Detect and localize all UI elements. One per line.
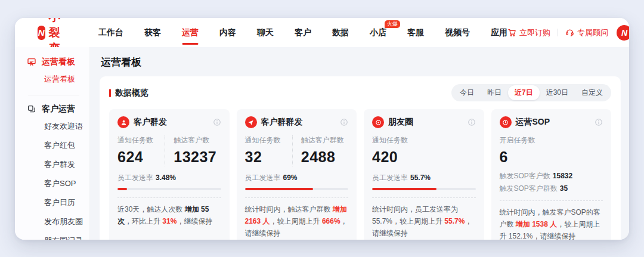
- send-rate: 员工发送率55.7%: [372, 173, 476, 191]
- metric: 触达客户群数 2488: [292, 135, 348, 166]
- desc-segment: ，较上周期上升: [270, 217, 322, 225]
- sidebar-item[interactable]: 客户群发: [44, 155, 89, 174]
- order-now-button[interactable]: 立即订购: [507, 27, 550, 38]
- nav-item-label: 客户: [295, 27, 311, 38]
- topbar-actions: 立即订购 专属顾问 N: [507, 25, 629, 41]
- desc-segment: 近30天，触达人次数: [117, 205, 185, 213]
- progress-bar: [117, 188, 221, 190]
- stat-card-title: 运营SOP: [516, 117, 550, 128]
- section-marker: [109, 89, 111, 97]
- metric-label: 触达客户数: [174, 135, 221, 145]
- consultant-label: 专属顾问: [577, 27, 608, 38]
- metric-label: 开启任务数: [500, 135, 603, 145]
- metric-value: 420: [372, 148, 476, 166]
- sidebar-item[interactable]: 客户红包: [44, 136, 89, 155]
- send-rate-label: 员工发送率: [245, 174, 281, 182]
- progress-bar-fill: [117, 188, 127, 190]
- sidebar-item[interactable]: 朋友圈记录: [44, 231, 89, 240]
- info-icon[interactable]: [340, 118, 348, 126]
- send-rate-value: 3.48%: [156, 174, 176, 182]
- metric: 通知任务数 624: [117, 135, 165, 166]
- date-range-filter: 今日昨日近7日近30日自定义: [451, 84, 611, 101]
- overview-section-title: 数据概览: [115, 88, 148, 98]
- stat-card-title: 客户群发: [134, 117, 167, 128]
- stat-card-title: 朋友圈: [388, 117, 413, 128]
- sidebar-section-header[interactable]: 运营看板: [27, 57, 89, 67]
- stat-card: 运营SOP 开启任务数 6 触发SOP客户数15832触发SOP客户群数35 统…: [491, 109, 612, 240]
- user-icon: [117, 116, 129, 128]
- metric-label: 触达客户群数: [301, 135, 348, 145]
- info-icon[interactable]: [467, 118, 476, 126]
- page-title: 运营看板: [101, 55, 621, 69]
- metric-label: 通知任务数: [117, 135, 165, 145]
- clock-icon: [500, 116, 512, 128]
- user-avatar[interactable]: N: [617, 25, 629, 41]
- date-filter-pill[interactable]: 自定义: [575, 85, 609, 100]
- sidebar-item[interactable]: 客户日历: [44, 193, 89, 212]
- metric: 开启任务数 6: [500, 135, 603, 166]
- date-filter-pill[interactable]: 今日: [453, 85, 481, 100]
- dashed-divider: [117, 197, 221, 198]
- progress-bar: [372, 188, 476, 190]
- progress-bar: [245, 188, 349, 190]
- desc-segment: ，环比上升: [125, 217, 162, 225]
- nav-item[interactable]: 小店 火爆: [370, 18, 386, 47]
- nav-item-label: 聊天: [257, 27, 274, 38]
- dashed-divider: [372, 197, 476, 198]
- main-nav: 工作台 获客 运营 内容 聊天 客户 数据 小店 火爆 客服 视频号 应用: [98, 18, 507, 47]
- sidebar-item[interactable]: 好友欢迎语: [44, 117, 89, 136]
- sidebar-section-title: 客户运营: [42, 104, 75, 114]
- send-rate: 员工发送率3.48%: [117, 173, 221, 191]
- sidebar-item[interactable]: 运营看板: [44, 70, 89, 89]
- nav-item[interactable]: 客户: [295, 18, 311, 47]
- data-overview-panel: 数据概览 今日昨日近7日近30日自定义 客户群发 通知任务数 624 触达客户数…: [100, 76, 621, 240]
- sidebar-section-title: 运营看板: [42, 57, 75, 67]
- consultant-button[interactable]: 专属顾问: [565, 27, 608, 38]
- sidebar-item[interactable]: 发布朋友圈: [44, 212, 89, 231]
- metric-value: 13237: [174, 148, 221, 166]
- stat-card: 客户群发 通知任务数 624 触达客户数 13237 员工发送率3.48% 近3…: [109, 109, 230, 240]
- nav-item-label: 工作台: [98, 27, 123, 38]
- metric-value: 2488: [301, 148, 348, 166]
- nav-item[interactable]: 工作台: [98, 18, 123, 47]
- date-filter-pill[interactable]: 昨日: [481, 85, 508, 100]
- nav-item[interactable]: 视频号: [445, 18, 470, 47]
- date-filter-pill[interactable]: 近30日: [540, 85, 575, 100]
- metric-label: 通知任务数: [245, 135, 292, 145]
- desc-segment: 增加 1538 人: [516, 220, 557, 228]
- date-filter-pill[interactable]: 近7日: [508, 85, 540, 100]
- sidebar-section-header[interactable]: 客户运营: [27, 104, 89, 114]
- nav-item-label: 内容: [219, 27, 236, 38]
- send-icon: [245, 116, 257, 128]
- stat-card-description: 近30天，触达人次数 增加 55 次，环比上升 31%，继续保持: [117, 203, 221, 227]
- stat-card-description: 统计时间内，触发客户SOP的客户数 增加 1538 人，较上周期上升 152.1…: [500, 206, 603, 240]
- info-icon[interactable]: [595, 118, 603, 126]
- nav-item[interactable]: 数据: [332, 18, 349, 47]
- progress-bar-fill: [245, 188, 314, 190]
- order-now-label: 立即订购: [519, 27, 550, 38]
- desc-segment: 666%: [322, 217, 340, 225]
- nav-item-label: 获客: [144, 27, 161, 38]
- nav-item[interactable]: 应用: [491, 18, 507, 47]
- info-icon[interactable]: [213, 118, 221, 126]
- nav-item[interactable]: 内容: [219, 18, 236, 47]
- nav-item[interactable]: 获客: [144, 18, 161, 47]
- nav-item-label: 应用: [491, 27, 507, 38]
- nav-item-label: 视频号: [445, 27, 470, 38]
- nav-item[interactable]: 客服: [407, 18, 424, 47]
- dashboard-board-icon: [27, 57, 36, 67]
- sub-stat: 触发SOP客户数15832: [500, 171, 603, 181]
- desc-segment: 31%: [162, 217, 177, 225]
- sidebar-divider: [28, 95, 79, 95]
- top-navbar: N 小裂变 工作台 获客 运营 内容 聊天 客户 数据 小店 火爆 客服 视频号…: [15, 18, 629, 47]
- metric-value: 32: [245, 148, 292, 166]
- nav-item[interactable]: 聊天: [257, 18, 274, 47]
- metric-value: 6: [500, 148, 603, 166]
- topbar-divider: [558, 29, 558, 36]
- sidebar-item[interactable]: 客户SOP: [44, 174, 89, 193]
- nav-item[interactable]: 运营: [182, 18, 199, 47]
- stat-card-description: 统计时间内，触达客户群数 增加 2163 人，较上周期上升 666%，请继续保持: [245, 203, 349, 239]
- nav-item-label: 小店: [370, 27, 386, 38]
- send-rate: 员工发送率69%: [245, 173, 349, 191]
- sub-stats: 触发SOP客户数15832触发SOP客户群数35: [500, 171, 603, 194]
